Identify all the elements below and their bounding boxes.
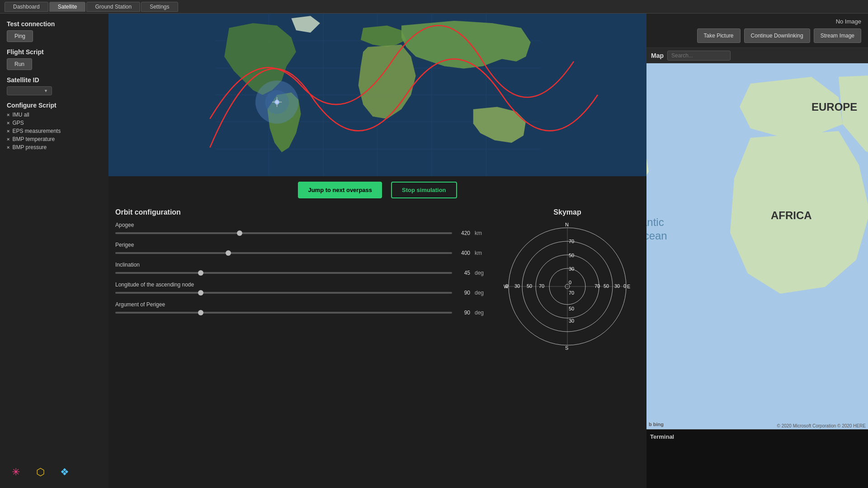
remove-icon[interactable]: × (7, 120, 9, 126)
tab-dashboard[interactable]: Dashboard (5, 2, 48, 12)
terminal-title: Terminal (650, 433, 864, 440)
svg-text:70: 70 (594, 283, 600, 289)
orbit-param-row-1: 400 km (115, 250, 486, 256)
configure-list-item: ×EPS measurements (7, 128, 102, 134)
jump-to-overpass-button[interactable]: Jump to next overpass (298, 182, 382, 198)
bing-map[interactable]: NORTH AMERICA EUROPE ASIA AFRICA SOUTH A… (646, 63, 868, 429)
svg-text:50: 50 (569, 306, 574, 311)
orbit-slider-4[interactable] (115, 312, 452, 314)
tab-settings[interactable]: Settings (141, 2, 178, 12)
sidebar-bottom-nav: ✳ ⬡ ❖ (7, 459, 102, 481)
svg-text:0: 0 (623, 283, 626, 289)
bing-logo: b bing (649, 422, 664, 427)
nav-icon-cube[interactable]: ❖ (56, 463, 74, 481)
run-button[interactable]: Run (7, 58, 32, 70)
orbit-param-row-3: 90 deg (115, 290, 486, 296)
orbit-param-row-0: 420 km (115, 230, 486, 236)
svg-text:70: 70 (569, 239, 574, 244)
satellite-id-dropdown[interactable] (7, 86, 52, 95)
configure-list-item: ×IMU all (7, 112, 102, 118)
remove-icon[interactable]: × (7, 145, 9, 150)
flight-script-label: Flight Script (7, 48, 102, 56)
orbit-slider-0[interactable] (115, 232, 452, 234)
sidebar: Test connection Ping Flight Script Run S… (0, 14, 108, 488)
top-bar: Dashboard Satellite Ground Station Setti… (0, 0, 868, 14)
orbit-value-0: 420 (457, 230, 470, 236)
svg-text:30: 30 (514, 283, 520, 289)
top-tabs: Dashboard Satellite Ground Station Setti… (5, 2, 178, 12)
orbit-value-4: 90 (457, 310, 470, 316)
stop-simulation-button[interactable]: Stop simulation (391, 182, 457, 198)
remove-icon[interactable]: × (7, 112, 9, 117)
right-panel: No Image Take Picture Continue Downlinki… (646, 14, 868, 488)
svg-text:30: 30 (569, 318, 574, 324)
svg-text:50: 50 (527, 283, 532, 289)
configure-item-label: GPS (12, 120, 24, 126)
tab-satellite[interactable]: Satellite (49, 2, 86, 12)
skymap-section: Skymap N S (495, 208, 640, 483)
orbit-unit-2: deg (475, 270, 486, 276)
orbit-value-2: 45 (457, 270, 470, 276)
tab-ground-station[interactable]: Ground Station (86, 2, 140, 12)
remove-icon[interactable]: × (7, 128, 9, 134)
test-connection-label: Test connection (7, 20, 102, 28)
world-map (108, 14, 646, 176)
orbit-unit-4: deg (475, 310, 486, 316)
orbit-param-row-4: 90 deg (115, 310, 486, 316)
orbit-value-3: 90 (457, 290, 470, 296)
skymap-container: N S E W 70 50 30 0 70 50 30 0 (495, 221, 640, 352)
orbit-slider-3[interactable] (115, 292, 452, 294)
satellite-id-label: Satellite ID (7, 76, 102, 84)
no-image-label: No Image (653, 18, 861, 25)
configure-item-label: IMU all (12, 112, 29, 118)
svg-text:EUROPE: EUROPE (811, 101, 857, 113)
configure-script-label: Configure Script (7, 102, 102, 109)
orbit-slider-2[interactable] (115, 272, 452, 274)
orbit-param-3: Longitude of the ascending node 90 deg (115, 282, 486, 296)
svg-text:AFRICA: AFRICA (771, 209, 812, 221)
image-section: No Image Take Picture Continue Downlinki… (646, 14, 868, 48)
svg-text:70: 70 (539, 283, 544, 289)
orbit-param-0: Apogee 420 km (115, 222, 486, 236)
skymap-title: Skymap (495, 208, 640, 216)
orbit-param-label-1: Perigee (115, 242, 486, 248)
svg-text:50: 50 (569, 253, 574, 258)
take-picture-button[interactable]: Take Picture (697, 28, 741, 43)
orbit-slider-1[interactable] (115, 252, 452, 254)
configure-list: ×IMU all×GPS×EPS measurements×BMP temper… (7, 112, 102, 150)
svg-text:50: 50 (604, 283, 609, 289)
configure-list-item: ×BMP temperature (7, 136, 102, 142)
orbit-param-label-2: Inclination (115, 262, 486, 268)
map-header: Map (646, 48, 868, 63)
map-search-input[interactable] (667, 51, 731, 61)
orbit-config: Orbit configuration Apogee 420 km Perige… (115, 208, 486, 483)
ping-button[interactable]: Ping (7, 30, 33, 42)
nav-icon-asterisk[interactable]: ✳ (7, 463, 25, 481)
center-panel: Jump to next overpass Stop simulation Or… (108, 14, 646, 488)
map-section: Map (646, 48, 868, 429)
svg-text:Ocean: Ocean (646, 230, 667, 242)
bing-copyright: © 2020 Microsoft Corporation © 2020 HERE (777, 423, 866, 428)
svg-text:S: S (565, 345, 568, 351)
configure-list-item: ×GPS (7, 120, 102, 126)
nav-icon-hexagon[interactable]: ⬡ (31, 463, 49, 481)
orbit-param-label-4: Argument of Perigee (115, 301, 486, 308)
remove-icon[interactable]: × (7, 136, 9, 142)
orbit-param-2: Inclination 45 deg (115, 262, 486, 276)
configure-item-label: BMP pressure (12, 144, 47, 150)
orbit-title: Orbit configuration (115, 208, 486, 216)
configure-item-label: EPS measurements (12, 128, 61, 134)
orbit-unit-1: km (475, 250, 486, 256)
map-title: Map (651, 52, 664, 59)
configure-list-item: ×BMP pressure (7, 144, 102, 150)
svg-text:30: 30 (614, 283, 620, 289)
stream-image-button[interactable]: Stream Image (814, 28, 861, 43)
orbit-param-label-0: Apogee (115, 222, 486, 228)
orbit-param-label-3: Longitude of the ascending node (115, 282, 486, 288)
svg-text:70: 70 (569, 290, 574, 296)
configure-item-label: BMP temperature (12, 136, 55, 142)
svg-text:0: 0 (505, 283, 508, 289)
orbit-skymap-section: Orbit configuration Apogee 420 km Perige… (108, 204, 646, 488)
continue-downlinking-button[interactable]: Continue Downlinking (744, 28, 810, 43)
svg-text:N: N (565, 222, 569, 227)
